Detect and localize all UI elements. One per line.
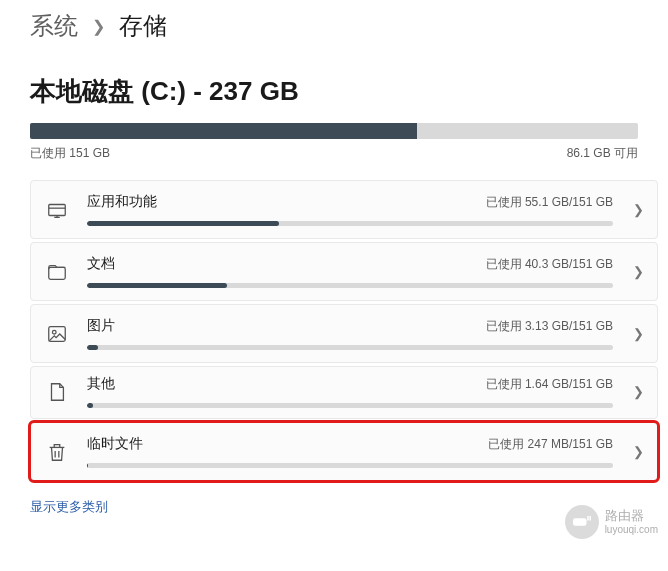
watermark-line2: luyouqi.com xyxy=(605,524,658,535)
watermark-icon xyxy=(565,505,599,539)
storage-card-documents[interactable]: 文档已使用 40.3 GB/151 GB❯ xyxy=(30,242,658,301)
svg-rect-0 xyxy=(49,204,66,215)
category-usage-label: 已使用 40.3 GB/151 GB xyxy=(486,256,613,273)
storage-card-pictures[interactable]: 图片已使用 3.13 GB/151 GB❯ xyxy=(30,304,658,363)
svg-rect-4 xyxy=(49,267,66,279)
category-usage-bar xyxy=(87,463,613,468)
category-name: 图片 xyxy=(87,317,115,335)
pictures-icon xyxy=(45,322,69,346)
category-usage-label: 已使用 1.64 GB/151 GB xyxy=(486,376,613,393)
overall-used-label: 已使用 151 GB xyxy=(30,145,110,162)
chevron-right-icon: ❯ xyxy=(631,326,645,341)
storage-card-temp[interactable]: 临时文件已使用 247 MB/151 GB❯ xyxy=(30,422,658,481)
category-usage-fill xyxy=(87,345,98,350)
category-usage-label: 已使用 247 MB/151 GB xyxy=(488,436,613,453)
show-more-categories-link[interactable]: 显示更多类别 xyxy=(0,484,108,516)
card-body: 应用和功能已使用 55.1 GB/151 GB xyxy=(87,193,613,226)
category-name: 其他 xyxy=(87,375,115,393)
breadcrumb-current: 存储 xyxy=(119,10,167,42)
chevron-right-icon: ❯ xyxy=(631,264,645,279)
chevron-right-icon: ❯ xyxy=(92,17,105,36)
chevron-right-icon: ❯ xyxy=(631,444,645,459)
category-usage-fill xyxy=(87,221,279,226)
apps-icon xyxy=(45,198,69,222)
trash-icon xyxy=(45,440,69,464)
category-usage-bar xyxy=(87,345,613,350)
watermark-line1: 路由器 xyxy=(605,509,658,523)
svg-rect-14 xyxy=(589,516,591,521)
breadcrumb: 系统 ❯ 存储 xyxy=(0,0,668,46)
category-name: 应用和功能 xyxy=(87,193,157,211)
storage-category-list: 应用和功能已使用 55.1 GB/151 GB❯文档已使用 40.3 GB/15… xyxy=(0,162,668,481)
storage-card-apps[interactable]: 应用和功能已使用 55.1 GB/151 GB❯ xyxy=(30,180,658,239)
other-icon xyxy=(45,380,69,404)
card-body: 临时文件已使用 247 MB/151 GB xyxy=(87,435,613,468)
category-usage-bar xyxy=(87,403,613,408)
chevron-right-icon: ❯ xyxy=(631,384,645,399)
overall-usage-fill xyxy=(30,123,417,139)
card-body: 文档已使用 40.3 GB/151 GB xyxy=(87,255,613,288)
category-usage-fill xyxy=(87,463,88,468)
svg-point-6 xyxy=(52,330,56,334)
chevron-right-icon: ❯ xyxy=(631,202,645,217)
svg-rect-9 xyxy=(573,518,587,526)
category-name: 文档 xyxy=(87,255,115,273)
overall-usage-labels: 已使用 151 GB 86.1 GB 可用 xyxy=(0,139,668,162)
category-usage-bar xyxy=(87,221,613,226)
category-usage-fill xyxy=(87,403,93,408)
svg-point-10 xyxy=(575,521,577,523)
category-usage-bar xyxy=(87,283,613,288)
overall-usage-bar xyxy=(30,123,638,139)
breadcrumb-parent[interactable]: 系统 xyxy=(30,10,78,42)
card-body: 图片已使用 3.13 GB/151 GB xyxy=(87,317,613,350)
svg-point-11 xyxy=(578,521,580,523)
svg-point-12 xyxy=(582,521,584,523)
category-usage-label: 已使用 55.1 GB/151 GB xyxy=(486,194,613,211)
disk-title: 本地磁盘 (C:) - 237 GB xyxy=(0,46,668,119)
documents-icon xyxy=(45,260,69,284)
category-usage-fill xyxy=(87,283,227,288)
svg-rect-13 xyxy=(587,516,589,521)
category-name: 临时文件 xyxy=(87,435,143,453)
watermark: 路由器 luyouqi.com xyxy=(565,505,658,539)
storage-card-other[interactable]: 其他已使用 1.64 GB/151 GB❯ xyxy=(30,366,658,419)
category-usage-label: 已使用 3.13 GB/151 GB xyxy=(486,318,613,335)
card-body: 其他已使用 1.64 GB/151 GB xyxy=(87,375,613,408)
overall-free-label: 86.1 GB 可用 xyxy=(567,145,638,162)
